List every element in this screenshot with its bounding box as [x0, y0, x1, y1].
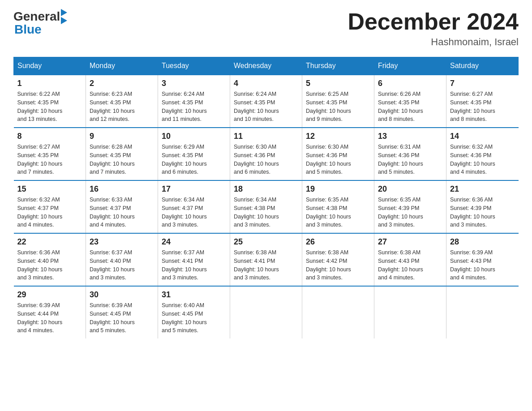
- day-number: 18: [234, 184, 298, 194]
- table-row: 2 Sunrise: 6:23 AM Sunset: 4:35 PM Dayli…: [86, 75, 158, 128]
- day-number: 9: [90, 132, 154, 141]
- day-number: 25: [234, 237, 298, 247]
- day-number: 16: [90, 184, 154, 194]
- day-number: 24: [162, 237, 226, 247]
- table-row: 7 Sunrise: 6:27 AM Sunset: 4:35 PM Dayli…: [446, 75, 519, 128]
- calendar-week-row: 1 Sunrise: 6:22 AM Sunset: 4:35 PM Dayli…: [14, 75, 519, 128]
- day-info: Sunrise: 6:29 AM Sunset: 4:35 PM Dayligh…: [162, 143, 226, 176]
- title-section: December 2024 Hashmonaim, Israel: [348, 9, 519, 48]
- day-info: Sunrise: 6:24 AM Sunset: 4:35 PM Dayligh…: [234, 90, 298, 124]
- table-row: [446, 286, 519, 338]
- day-info: Sunrise: 6:36 AM Sunset: 4:39 PM Dayligh…: [450, 196, 515, 229]
- day-number: 10: [162, 132, 226, 141]
- day-number: 31: [162, 290, 226, 300]
- day-info: Sunrise: 6:39 AM Sunset: 4:44 PM Dayligh…: [17, 301, 82, 335]
- day-info: Sunrise: 6:38 AM Sunset: 4:42 PM Dayligh…: [306, 248, 370, 282]
- day-info: Sunrise: 6:40 AM Sunset: 4:45 PM Dayligh…: [162, 301, 226, 335]
- day-info: Sunrise: 6:35 AM Sunset: 4:38 PM Dayligh…: [306, 196, 370, 229]
- table-row: 12 Sunrise: 6:30 AM Sunset: 4:36 PM Dayl…: [302, 128, 374, 180]
- table-row: 25 Sunrise: 6:38 AM Sunset: 4:41 PM Dayl…: [230, 233, 302, 286]
- day-info: Sunrise: 6:32 AM Sunset: 4:37 PM Dayligh…: [17, 196, 82, 229]
- day-info: Sunrise: 6:28 AM Sunset: 4:35 PM Dayligh…: [90, 143, 154, 176]
- day-info: Sunrise: 6:33 AM Sunset: 4:37 PM Dayligh…: [90, 196, 154, 229]
- table-row: 21 Sunrise: 6:36 AM Sunset: 4:39 PM Dayl…: [446, 180, 519, 233]
- col-wednesday: Wednesday: [230, 57, 302, 75]
- day-info: Sunrise: 6:25 AM Sunset: 4:35 PM Dayligh…: [306, 90, 370, 124]
- day-number: 20: [378, 184, 442, 194]
- col-friday: Friday: [374, 57, 446, 75]
- day-info: Sunrise: 6:23 AM Sunset: 4:35 PM Dayligh…: [90, 90, 154, 124]
- day-info: Sunrise: 6:34 AM Sunset: 4:38 PM Dayligh…: [234, 196, 298, 229]
- table-row: 6 Sunrise: 6:26 AM Sunset: 4:35 PM Dayli…: [374, 75, 446, 128]
- calendar-header-row: Sunday Monday Tuesday Wednesday Thursday…: [14, 57, 519, 75]
- day-info: Sunrise: 6:38 AM Sunset: 4:43 PM Dayligh…: [378, 248, 442, 282]
- table-row: 5 Sunrise: 6:25 AM Sunset: 4:35 PM Dayli…: [302, 75, 374, 128]
- day-number: 2: [90, 79, 154, 88]
- calendar-table: Sunday Monday Tuesday Wednesday Thursday…: [13, 57, 519, 338]
- table-row: 9 Sunrise: 6:28 AM Sunset: 4:35 PM Dayli…: [86, 128, 158, 180]
- table-row: 3 Sunrise: 6:24 AM Sunset: 4:35 PM Dayli…: [158, 75, 230, 128]
- table-row: 17 Sunrise: 6:34 AM Sunset: 4:37 PM Dayl…: [158, 180, 230, 233]
- table-row: 19 Sunrise: 6:35 AM Sunset: 4:38 PM Dayl…: [302, 180, 374, 233]
- day-info: Sunrise: 6:39 AM Sunset: 4:43 PM Dayligh…: [450, 248, 515, 282]
- day-number: 8: [17, 132, 82, 141]
- day-info: Sunrise: 6:22 AM Sunset: 4:35 PM Dayligh…: [17, 90, 82, 124]
- table-row: 20 Sunrise: 6:35 AM Sunset: 4:39 PM Dayl…: [374, 180, 446, 233]
- day-number: 3: [162, 79, 226, 88]
- table-row: [374, 286, 446, 338]
- day-number: 23: [90, 237, 154, 247]
- day-number: 28: [450, 237, 515, 247]
- logo: General Blue: [13, 9, 67, 37]
- table-row: 24 Sunrise: 6:37 AM Sunset: 4:41 PM Dayl…: [158, 233, 230, 286]
- day-number: 26: [306, 237, 370, 247]
- day-info: Sunrise: 6:35 AM Sunset: 4:39 PM Dayligh…: [378, 196, 442, 229]
- table-row: 4 Sunrise: 6:24 AM Sunset: 4:35 PM Dayli…: [230, 75, 302, 128]
- table-row: 16 Sunrise: 6:33 AM Sunset: 4:37 PM Dayl…: [86, 180, 158, 233]
- location-text: Hashmonaim, Israel: [348, 36, 519, 48]
- day-info: Sunrise: 6:27 AM Sunset: 4:35 PM Dayligh…: [450, 90, 515, 124]
- day-number: 27: [378, 237, 442, 247]
- table-row: 18 Sunrise: 6:34 AM Sunset: 4:38 PM Dayl…: [230, 180, 302, 233]
- table-row: 26 Sunrise: 6:38 AM Sunset: 4:42 PM Dayl…: [302, 233, 374, 286]
- col-saturday: Saturday: [446, 57, 519, 75]
- day-info: Sunrise: 6:37 AM Sunset: 4:40 PM Dayligh…: [90, 248, 154, 282]
- day-number: 4: [234, 79, 298, 88]
- col-tuesday: Tuesday: [158, 57, 230, 75]
- table-row: 30 Sunrise: 6:39 AM Sunset: 4:45 PM Dayl…: [86, 286, 158, 338]
- table-row: [302, 286, 374, 338]
- day-number: 17: [162, 184, 226, 194]
- day-info: Sunrise: 6:31 AM Sunset: 4:36 PM Dayligh…: [378, 143, 442, 176]
- table-row: 28 Sunrise: 6:39 AM Sunset: 4:43 PM Dayl…: [446, 233, 519, 286]
- col-thursday: Thursday: [302, 57, 374, 75]
- day-number: 12: [306, 132, 370, 141]
- day-info: Sunrise: 6:38 AM Sunset: 4:41 PM Dayligh…: [234, 248, 298, 282]
- day-number: 14: [450, 132, 515, 141]
- day-info: Sunrise: 6:37 AM Sunset: 4:41 PM Dayligh…: [162, 248, 226, 282]
- day-info: Sunrise: 6:30 AM Sunset: 4:36 PM Dayligh…: [306, 143, 370, 176]
- col-sunday: Sunday: [14, 57, 86, 75]
- day-number: 15: [17, 184, 82, 194]
- table-row: 1 Sunrise: 6:22 AM Sunset: 4:35 PM Dayli…: [14, 75, 86, 128]
- day-number: 11: [234, 132, 298, 141]
- day-info: Sunrise: 6:36 AM Sunset: 4:40 PM Dayligh…: [17, 248, 82, 282]
- day-info: Sunrise: 6:26 AM Sunset: 4:35 PM Dayligh…: [378, 90, 442, 124]
- month-title: December 2024: [348, 9, 519, 34]
- table-row: 10 Sunrise: 6:29 AM Sunset: 4:35 PM Dayl…: [158, 128, 230, 180]
- day-number: 19: [306, 184, 370, 194]
- table-row: 11 Sunrise: 6:30 AM Sunset: 4:36 PM Dayl…: [230, 128, 302, 180]
- day-number: 30: [90, 290, 154, 300]
- table-row: 14 Sunrise: 6:32 AM Sunset: 4:36 PM Dayl…: [446, 128, 519, 180]
- day-info: Sunrise: 6:30 AM Sunset: 4:36 PM Dayligh…: [234, 143, 298, 176]
- table-row: 29 Sunrise: 6:39 AM Sunset: 4:44 PM Dayl…: [14, 286, 86, 338]
- day-info: Sunrise: 6:27 AM Sunset: 4:35 PM Dayligh…: [17, 143, 82, 176]
- day-number: 29: [17, 290, 82, 300]
- calendar-week-row: 8 Sunrise: 6:27 AM Sunset: 4:35 PM Dayli…: [14, 128, 519, 180]
- table-row: 8 Sunrise: 6:27 AM Sunset: 4:35 PM Dayli…: [14, 128, 86, 180]
- day-info: Sunrise: 6:34 AM Sunset: 4:37 PM Dayligh…: [162, 196, 226, 229]
- logo-general-text: General: [13, 9, 60, 24]
- day-number: 1: [17, 79, 82, 88]
- day-info: Sunrise: 6:24 AM Sunset: 4:35 PM Dayligh…: [162, 90, 226, 124]
- day-number: 21: [450, 184, 515, 194]
- day-number: 22: [17, 237, 82, 247]
- day-number: 5: [306, 79, 370, 88]
